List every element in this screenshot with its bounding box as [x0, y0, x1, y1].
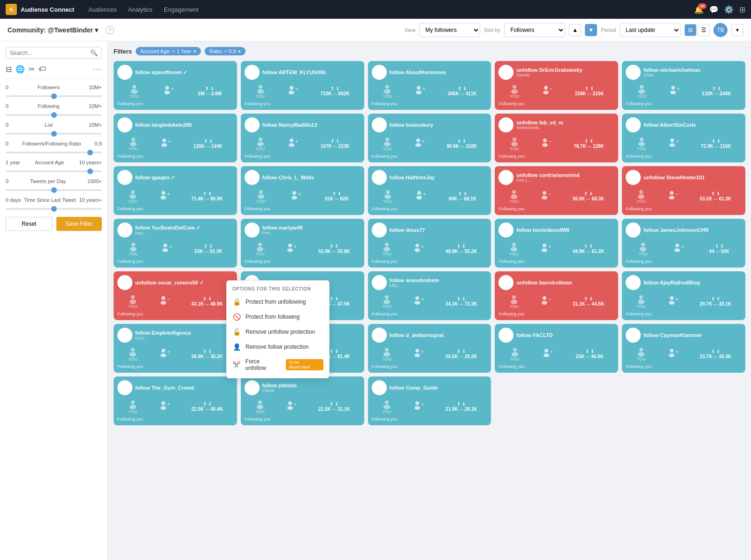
card-item[interactable]: follow CaymanKlammer YOU +: [622, 324, 745, 373]
context-menu-protect-following[interactable]: 🚫 Protect from following: [227, 309, 329, 324]
more-options-button[interactable]: ▾: [731, 24, 743, 36]
svg-point-11: [290, 86, 293, 90]
notifications-button[interactable]: 🔔 46: [694, 5, 704, 14]
card-item[interactable]: follow d_delbarrioprat YOU +: [368, 324, 491, 373]
card-icons-row: ⬆ ⬇: [330, 401, 338, 407]
card-stats: ⬆ ⬇ 23.7K — 39.3K: [700, 349, 731, 359]
community-selector[interactable]: Community: @TweetBinder ▾: [8, 26, 98, 34]
view-select[interactable]: My followers My following Friends: [419, 23, 480, 37]
svg-point-108: [130, 247, 137, 252]
ratio-slider[interactable]: [6, 152, 102, 153]
user-avatar[interactable]: TB: [713, 23, 728, 37]
card-item[interactable]: follow FACLTD YOU + ⬆: [495, 324, 618, 373]
tweets-per-day-slider[interactable]: [6, 189, 102, 191]
nav-audiences[interactable]: Audiences: [84, 4, 122, 15]
card-item[interactable]: unfollow oscar_romero50 ✓ YOU −: [114, 271, 237, 320]
card-item[interactable]: follow martyw49 Port... YOU +: [241, 219, 364, 268]
card-item[interactable]: follow qpaqex ✓ YOU +: [114, 166, 237, 215]
messages-button[interactable]: 💬: [709, 5, 719, 14]
card-item[interactable]: follow NancyBadillo13 YOU +: [241, 114, 364, 162]
context-menu-remove-unfollow-protection[interactable]: 🔓 Remove unfollow protection: [227, 324, 329, 339]
grid-view-button[interactable]: ⊞: [684, 24, 697, 36]
sort-select[interactable]: Followers Following Name: [504, 23, 565, 37]
card-small-stat-icon2: ⬇: [337, 191, 341, 196]
svg-point-25: [544, 86, 548, 90]
more-icon[interactable]: ⋯: [92, 63, 102, 75]
save-filter-button[interactable]: Save Filter: [56, 217, 102, 231]
nav-engagement[interactable]: Engagement: [159, 4, 203, 15]
list-view-button[interactable]: ☰: [697, 24, 710, 36]
card-you: YOU: [128, 346, 138, 361]
card-icons-row: ⬆ ⬇: [584, 244, 593, 249]
card-item[interactable]: follow EmpIntelligence Cust... YOU +: [114, 324, 237, 373]
card-following-label: Following you: [498, 154, 614, 159]
card-item[interactable]: follow AboutHormones YOU +: [368, 61, 491, 110]
help-icon[interactable]: ?: [106, 26, 114, 34]
globe-icon[interactable]: 🌐: [15, 65, 25, 74]
card-item[interactable]: follow Chris_L_Wells YOU +: [241, 166, 364, 215]
svg-point-43: [248, 126, 256, 131]
card-item[interactable]: unfollow barrelrollman YOU −: [495, 271, 618, 320]
card-item[interactable]: follow bsainsbury YOU +: [368, 114, 491, 162]
context-menu-protect-unfollowing[interactable]: 🔒 Protect from unfollowing: [227, 294, 329, 309]
period-select[interactable]: Last update Last week Last month: [620, 23, 681, 37]
account-age-slider[interactable]: [6, 170, 102, 172]
card-item[interactable]: follow jebtista Chinal YOU +: [241, 376, 364, 425]
card-item[interactable]: follow tangledskein200 YOU +: [114, 114, 237, 162]
card-stat-nums: 107K — 223K: [321, 144, 350, 149]
sort-ascending-button[interactable]: ▲: [569, 24, 581, 36]
filter-tag-account-age-remove[interactable]: ×: [193, 48, 196, 54]
card-item[interactable]: follow spinoffroom ✓ YOU +: [114, 61, 237, 110]
card-following-label: Following you: [245, 101, 360, 106]
context-menu-force-unfollow[interactable]: ✂️ Force unfollow To be deprecated: [227, 354, 329, 375]
card-item[interactable]: follow AjayRathodBlog YOU +: [622, 271, 745, 320]
svg-point-16: [385, 85, 389, 89]
search-box[interactable]: 🔍: [6, 47, 102, 59]
search-input[interactable]: [10, 50, 90, 56]
card-item[interactable]: follow Comp_Guide YOU +: [368, 376, 491, 425]
filter-tag-ratio[interactable]: Ratio: < 0.9 ×: [205, 47, 245, 55]
card-item[interactable]: follow AlbertSinCorte YOU +: [622, 114, 745, 162]
tag-icon[interactable]: 🏷: [38, 65, 46, 73]
card-item[interactable]: follow HalftimeJay YOU +: [368, 166, 491, 215]
list-slider[interactable]: [6, 133, 102, 135]
card-stat-nums: 72.9K — 116K: [701, 144, 731, 149]
card-stat-nums: 715K — 862K: [321, 91, 350, 96]
settings-button[interactable]: ⚙️: [724, 5, 734, 14]
card-item[interactable]: follow YucBeatsDotCom ✓ Port... YOU +: [114, 219, 237, 268]
scissors-icon[interactable]: ✂: [29, 65, 35, 74]
svg-point-190: [375, 336, 383, 342]
card-action-icon: +: [287, 84, 299, 99]
svg-point-168: [631, 278, 636, 283]
card-item[interactable]: unfollow fab_vd_m Netherlands YOU −: [495, 114, 618, 162]
following-slider[interactable]: [6, 114, 102, 116]
filter-sliders-icon[interactable]: ⊟: [6, 65, 12, 74]
card-item[interactable]: follow The_Gym_Crowd YOU +: [114, 376, 237, 425]
card-item[interactable]: unfollow contrariansmind Fort L... YOU −: [495, 166, 618, 215]
svg-point-145: [161, 301, 166, 305]
card-stats: ⬆ ⬇ 159K — 215K: [575, 86, 604, 96]
grid-apps-button[interactable]: ⊞: [739, 5, 745, 14]
svg-text:+: +: [422, 138, 425, 144]
svg-point-225: [375, 389, 383, 394]
card-stat-nums: 53.2K — 61.3K: [700, 196, 731, 201]
followers-slider[interactable]: [6, 95, 102, 97]
card-item[interactable]: follow ARTEM_KLYUSHIN YOU +: [241, 61, 364, 110]
time-since-tweet-slider[interactable]: [6, 208, 102, 210]
card-item[interactable]: unfollow DrEricGrabowsky Davids YOU −: [495, 61, 618, 110]
card-item[interactable]: follow JamesJohnsonCHR YOU +: [622, 219, 745, 268]
card-item[interactable]: follow anasebrahem Liby... YOU +: [368, 271, 491, 320]
filter-tag-ratio-remove[interactable]: ×: [238, 48, 241, 54]
reset-button[interactable]: Reset: [6, 217, 53, 231]
card-small-stat-icon2: ⬇: [463, 191, 467, 196]
sort-descending-button[interactable]: ▼: [585, 24, 597, 36]
context-menu-remove-follow-protection[interactable]: 👤 Remove follow protection: [227, 339, 329, 354]
card-small-stat-icon2: ⬇: [208, 191, 212, 196]
filter-tag-account-age[interactable]: Account Age: > 1 Year ×: [136, 47, 201, 55]
card-item[interactable]: follow dixus77 YOU + ⬆: [368, 219, 491, 268]
card-item[interactable]: follow bestvideosWW YOU +: [495, 219, 618, 268]
card-item[interactable]: unfollow SteveHester101 YOU −: [622, 166, 745, 215]
card-item[interactable]: follow michaelchatman Clont. YOU +: [622, 61, 745, 110]
card-small-stat-icon2: ⬇: [463, 86, 467, 91]
nav-analytics[interactable]: Analytics: [123, 4, 157, 15]
